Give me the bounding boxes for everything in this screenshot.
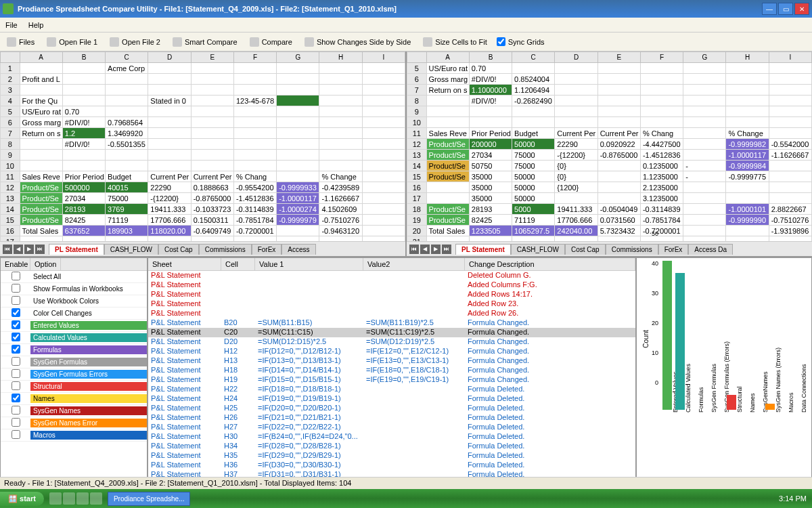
option-label[interactable]: Macros [30, 431, 147, 440]
option-checkbox[interactable] [12, 381, 20, 390]
cell[interactable]: -0.8765000 [597, 150, 640, 161]
sheet-tab[interactable]: CASH_FLOW [511, 244, 565, 255]
cell[interactable]: 5.7323432 [597, 226, 640, 236]
cell[interactable]: -0.4239589 [319, 182, 362, 193]
cell[interactable]: Budget [106, 171, 148, 182]
cell[interactable] [148, 150, 191, 161]
cell[interactable] [555, 85, 597, 96]
diff-row[interactable]: P&L StatementAdded Columns F:G. [148, 280, 635, 290]
cell[interactable]: 50000 [512, 193, 555, 204]
diff-row[interactable]: P&L StatementH24=IF(D19=0,"",D19/B19-1)F… [148, 394, 635, 404]
sheet-tab[interactable]: ForEx [252, 244, 282, 255]
cell[interactable] [319, 236, 362, 242]
cell[interactable] [319, 128, 362, 139]
menu-file[interactable]: File [5, 21, 18, 29]
cell[interactable]: 123-45-678 [233, 96, 276, 106]
sheet-tab[interactable]: Commissions [199, 244, 252, 255]
cell[interactable]: -1.1626667 [769, 150, 811, 161]
cell[interactable] [555, 236, 597, 242]
cell[interactable]: US/Euro rat [426, 63, 469, 74]
diff-row[interactable]: P&L StatementH12=IF(D12=0,"",D12/B12-1)=… [148, 347, 635, 356]
sheet-tab[interactable]: ForEx [658, 244, 689, 255]
cell[interactable]: Prior Period [469, 128, 512, 139]
cell[interactable] [640, 106, 683, 117]
cell[interactable]: -0.9999990 [726, 215, 769, 226]
cell[interactable] [726, 193, 769, 204]
cell[interactable] [106, 96, 148, 106]
cell[interactable] [319, 106, 362, 117]
cell[interactable]: -1.4512836 [233, 193, 276, 204]
cell[interactable]: Return on s [20, 128, 62, 139]
cell[interactable]: 118020.00 [148, 226, 191, 236]
sheet-tab[interactable]: Access [281, 244, 315, 255]
cell[interactable] [769, 117, 811, 128]
cell[interactable] [769, 236, 811, 242]
cell[interactable] [319, 74, 362, 85]
cell[interactable]: 637652 [62, 226, 105, 236]
cell[interactable] [362, 74, 405, 85]
diff-row[interactable]: P&L StatementH22=IF(D18=0,"",D18/B18-1)F… [148, 385, 635, 394]
menu-help[interactable]: Help [28, 21, 44, 29]
cell[interactable] [362, 63, 405, 74]
start-button[interactable]: 🪟 start [0, 492, 44, 506]
cell[interactable] [683, 150, 726, 161]
diff-row[interactable]: P&L StatementAdded Row 23. [148, 299, 635, 309]
option-checkbox[interactable] [12, 357, 20, 366]
cell[interactable]: 189903 [106, 226, 148, 236]
cell[interactable]: -0.9999775 [726, 171, 769, 182]
diff-row[interactable]: P&L StatementAdded Rows 14:17. [148, 290, 635, 299]
cell[interactable]: Total Sales [426, 226, 469, 236]
grid-right[interactable]: ABCDEFGHI5US/Euro rat0.706Gross marg#DIV… [407, 51, 812, 241]
cell[interactable]: 75000 [512, 150, 555, 161]
cell[interactable]: 17706.666 [555, 215, 597, 226]
cell[interactable]: 17706.666 [148, 215, 191, 226]
close-button[interactable]: ✕ [794, 3, 809, 15]
cell[interactable]: 0.1500311 [191, 215, 233, 226]
cell[interactable]: -0.3114839 [233, 204, 276, 215]
cell[interactable] [362, 215, 405, 226]
cell[interactable] [426, 236, 469, 242]
cell[interactable]: -1.1626667 [319, 193, 362, 204]
cell[interactable]: 242040.00 [555, 226, 597, 236]
cell[interactable] [555, 193, 597, 204]
cell[interactable]: % Chang [233, 171, 276, 182]
cell[interactable] [683, 193, 726, 204]
cell[interactable]: 35000 [469, 182, 512, 193]
tab-nav-first[interactable]: ⏮ [409, 245, 419, 254]
sync-grids-checkbox[interactable] [497, 37, 505, 46]
cell[interactable]: -0.7851784 [233, 215, 276, 226]
cell[interactable] [683, 215, 726, 226]
cell[interactable]: -0.7851784 [640, 215, 683, 226]
option-label[interactable]: Formulas [30, 345, 147, 354]
toolbar-side-by-side[interactable]: Show Changes Side by Side [302, 36, 413, 48]
cell[interactable] [726, 117, 769, 128]
cell[interactable]: 0.0731560 [597, 215, 640, 226]
cell[interactable] [106, 106, 148, 117]
cell[interactable]: 75000 [512, 161, 555, 171]
cell[interactable] [233, 128, 276, 139]
cell[interactable] [20, 63, 62, 74]
cell[interactable] [597, 236, 640, 242]
diff-row[interactable]: P&L StatementAdded Row 26. [148, 309, 635, 318]
cell[interactable] [191, 63, 233, 74]
cell[interactable] [106, 236, 148, 242]
cell[interactable] [191, 236, 233, 242]
cell[interactable] [233, 161, 276, 171]
toolbar-compare[interactable]: Compare [247, 36, 295, 48]
cell[interactable] [683, 63, 726, 74]
option-checkbox[interactable] [12, 394, 20, 402]
cell[interactable]: Sales Reve [426, 128, 469, 139]
cell[interactable] [191, 85, 233, 96]
cell[interactable] [106, 150, 148, 161]
cell[interactable]: 1.3469920 [106, 128, 148, 139]
diff-row[interactable]: P&L StatementH27=IF(D22=0,"",D22/B22-1)F… [148, 423, 635, 432]
cell[interactable]: 0.0920922 [597, 139, 640, 150]
cell[interactable] [319, 63, 362, 74]
option-checkbox[interactable] [12, 418, 20, 427]
cell[interactable] [362, 128, 405, 139]
cell[interactable]: #DIV/0! [62, 117, 105, 128]
cell[interactable]: 19411.333 [148, 204, 191, 215]
quick-launch-icon[interactable] [49, 492, 62, 505]
cell[interactable]: -0.1033723 [191, 204, 233, 215]
cell[interactable]: 40015 [106, 182, 148, 193]
